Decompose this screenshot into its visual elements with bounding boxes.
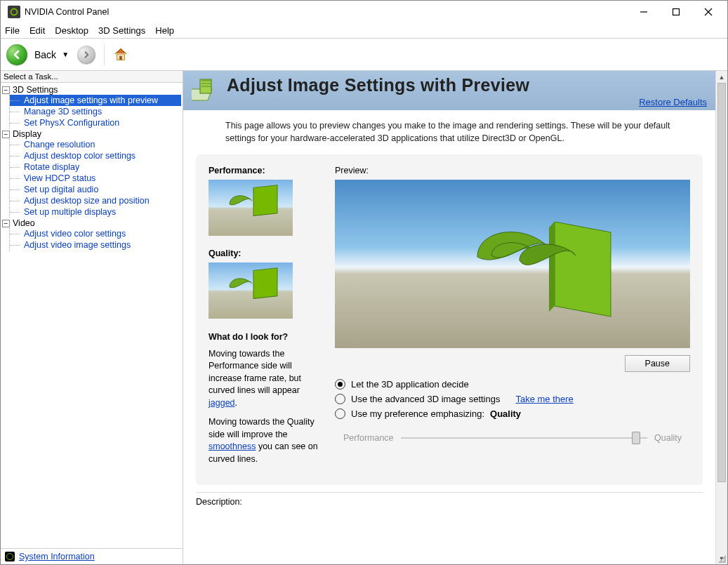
svg-marker-14 [549,222,555,312]
tree-toggle-video[interactable]: − [2,220,10,227]
tree-item-change-resolution[interactable]: Change resolution [10,139,181,150]
tree-item-adjust-desktop-color[interactable]: Adjust desktop color settings [10,150,181,161]
tree-item-desktop-size-position[interactable]: Adjust desktop size and position [10,195,181,206]
scroll-up-icon[interactable]: ▲ [716,71,727,83]
restore-defaults-link[interactable]: Restore Defaults [227,97,707,107]
slider-label-quality: Quality [654,433,682,443]
menu-help[interactable]: Help [152,24,181,37]
page-icon [192,75,220,103]
settings-panel: Performance: Quality: What do I look for… [196,154,703,485]
menu-desktop[interactable]: Desktop [52,24,95,37]
maximize-button[interactable] [660,1,692,23]
task-tree: −3D Settings Adjust image settings with … [1,83,183,548]
nvidia-app-icon [8,6,20,18]
window-title: NVIDIA Control Panel [25,7,628,17]
option-let-app-decide-label: Let the 3D application decide [351,379,469,390]
tree-group-3d-settings[interactable]: 3D Settings [13,85,58,95]
scroll-thumb[interactable] [717,83,726,482]
svg-rect-3 [673,9,680,15]
menu-3d-settings[interactable]: 3D Settings [95,24,152,37]
tree-group-display[interactable]: Display [13,129,41,139]
radio-my-preference[interactable] [335,408,345,419]
slider-thumb[interactable] [632,432,640,444]
radio-advanced-settings[interactable] [335,394,345,404]
tree-item-multiple-displays[interactable]: Set up multiple displays [10,206,181,218]
radio-let-app-decide[interactable] [335,379,345,390]
tree-toggle-display[interactable]: − [2,131,10,138]
back-button[interactable] [6,44,27,65]
toolbar-separator [104,44,105,65]
titlebar: NVIDIA Control Panel [1,1,727,23]
description-label: Description: [196,492,703,507]
quality-thumbnail [209,262,293,319]
page-description: This page allows you to preview changes … [183,110,715,154]
preference-slider: Performance Quality [335,426,690,453]
home-icon[interactable] [113,47,128,62]
menu-file[interactable]: File [4,24,27,37]
tree-toggle-3d-settings[interactable]: − [2,86,10,94]
tree-item-manage-3d-settings[interactable]: Manage 3D settings [10,106,181,117]
performance-thumbnail [209,180,293,236]
main-panel: Adjust Image Settings with Preview Resto… [183,71,727,564]
take-me-there-link[interactable]: Take me there [515,394,573,404]
back-label: Back [34,49,56,60]
forward-button[interactable] [77,46,95,64]
minimize-button[interactable] [628,1,660,23]
main-scrollbar[interactable]: ▲ ▼ [715,71,727,564]
help-paragraph-2: Moving towards the Quality side will imp… [209,416,321,465]
smoothness-link[interactable]: smoothness [209,441,256,451]
tree-item-adjust-image-settings[interactable]: Adjust image settings with preview [10,95,181,106]
performance-label: Performance: [209,166,321,175]
pause-button[interactable]: Pause [625,355,690,372]
menu-edit[interactable]: Edit [27,24,52,37]
sidebar-header: Select a Task... [1,71,183,83]
svg-rect-0 [8,6,20,18]
page-banner: Adjust Image Settings with Preview Resto… [183,71,715,110]
menubar: File Edit Desktop 3D Settings Help [1,23,727,39]
page-title: Adjust Image Settings with Preview [227,75,707,95]
toolbar: Back ▼ [1,39,727,71]
preview-label: Preview: [335,166,690,175]
help-paragraph-1: Moving towards the Performance side will… [209,348,321,410]
option-advanced-label: Use the advanced 3D image settings [351,394,500,404]
svg-rect-11 [253,185,277,216]
resize-grip[interactable] [716,553,726,563]
svg-rect-12 [253,268,277,299]
tree-item-view-hdcp[interactable]: View HDCP status [10,173,181,184]
tree-group-video[interactable]: Video [13,218,35,228]
option-preference-value: Quality [490,408,521,419]
slider-track[interactable] [401,437,648,439]
system-information-link[interactable]: System Information [19,552,95,561]
svg-rect-8 [119,55,122,60]
preview-viewport [335,180,690,348]
help-heading: What do I look for? [209,331,321,344]
svg-marker-13 [555,222,611,317]
slider-label-performance: Performance [343,433,394,443]
close-button[interactable] [692,1,724,23]
option-preference-label: Use my preference emphasizing: [351,408,484,419]
tree-item-video-image[interactable]: Adjust video image settings [10,239,181,251]
tree-item-digital-audio[interactable]: Set up digital audio [10,184,181,195]
tree-item-video-color[interactable]: Adjust video color settings [10,228,181,239]
jagged-link[interactable]: jagged [209,398,235,408]
quality-label: Quality: [209,248,321,258]
tree-item-set-physx[interactable]: Set PhysX Configuration [10,117,181,128]
tree-item-rotate-display[interactable]: Rotate display [10,161,181,173]
system-info-icon [5,552,15,561]
back-dropdown-icon[interactable]: ▼ [62,51,69,58]
sidebar: Select a Task... −3D Settings Adjust ima… [1,71,183,564]
